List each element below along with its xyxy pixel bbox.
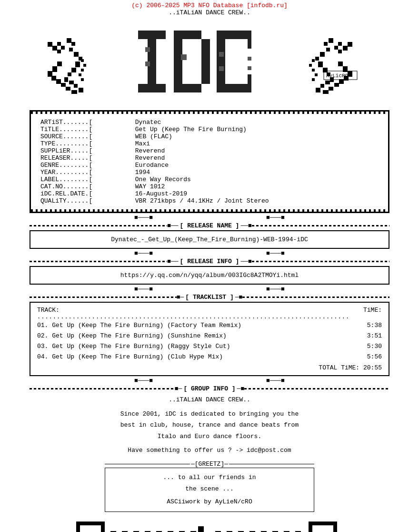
crew-name: ..iTALiAN DANCE CREW.. <box>30 394 389 405</box>
metadata-table: ARTiST.......[ Dynatec TiTLE........[ Ge… <box>40 119 379 205</box>
svg-rect-84 <box>76 525 80 532</box>
reldate-label: iDC.REL.DATE.[ <box>40 190 135 197</box>
title-label: TiTLE........[ <box>40 126 135 133</box>
release-info-box: https://y.qq.com/n/yqq/album/003IGc8A2TM… <box>30 266 389 285</box>
artist-value: Dynatec <box>135 119 379 126</box>
group-bracket-open: ■─ <box>175 385 182 392</box>
greetz-section: —[GREETZ]— ... to all our friends in the… <box>105 460 314 512</box>
info-line-left <box>30 261 167 262</box>
svg-rect-7 <box>71 42 75 46</box>
total-time-value: 20:55 <box>363 364 382 371</box>
svg-rect-71 <box>248 39 251 49</box>
source-value: WEB (FLAC) <box>135 133 379 140</box>
artist-label: ARTiST.......[ <box>40 119 135 126</box>
svg-rect-12 <box>71 68 76 72</box>
type-value: Maxi <box>135 140 379 147</box>
release-name-header: ■── [ RELEASE NAME ] ──■ <box>30 222 389 229</box>
svg-rect-66 <box>201 39 210 84</box>
header-line-left <box>30 225 167 226</box>
svg-rect-26 <box>81 59 84 62</box>
connector-row-2: ■───■ ■───■ <box>0 250 419 257</box>
release-name-bracket-close: ──■ <box>240 222 251 229</box>
subtitle-text: ..iTALiAN DANCE CREW.. <box>0 9 419 16</box>
bottom-deco-border <box>30 209 389 213</box>
tracklist-bracket-open: ■─ <box>177 294 184 301</box>
svg-rect-8 <box>69 48 73 51</box>
tracklist-label: [ TRACKLIST ] <box>185 294 233 301</box>
group-info-header: ■─ [ GROUP INFO ] ─■ <box>30 385 389 392</box>
svg-rect-14 <box>64 77 68 82</box>
table-row: SOURCE.......[ WEB (FLAC) <box>40 133 379 140</box>
svg-rect-49 <box>329 87 333 91</box>
svg-rect-47 <box>316 88 320 92</box>
svg-rect-79 <box>248 66 251 70</box>
svg-rect-46 <box>320 84 324 88</box>
svg-rect-67 <box>182 84 201 92</box>
track-3-time: 5:30 <box>367 341 382 352</box>
svg-rect-38 <box>326 48 330 51</box>
svg-rect-58 <box>312 69 315 72</box>
svg-rect-63 <box>138 84 166 92</box>
svg-rect-39 <box>320 52 325 57</box>
table-row: QUALiTY......[ VBR 271kbps / 44.1KHz / J… <box>40 197 379 205</box>
svg-rect-17 <box>79 88 83 92</box>
svg-rect-69 <box>225 31 251 39</box>
table-row: ARTiST.......[ Dynatec <box>40 119 379 126</box>
year-value: 1994 <box>135 169 379 176</box>
title-value: Get Up (Keep The Fire Burning) <box>135 126 379 133</box>
tracklist-dots: ........................................… <box>37 314 382 320</box>
tracklist-line-right <box>242 297 389 298</box>
svg-rect-35 <box>348 42 352 47</box>
header-line-right <box>252 225 389 226</box>
svg-rect-19 <box>66 87 70 91</box>
svg-rect-70 <box>225 84 251 92</box>
label-value: One Way Records <box>135 176 379 183</box>
greetz-line1: ... to all our friends in <box>113 472 306 483</box>
svg-rect-45 <box>325 81 330 84</box>
release-name-label: [ RELEASE NAME ] <box>180 222 239 229</box>
svg-rect-62 <box>138 31 166 39</box>
tracklist-line-left <box>30 297 177 298</box>
track-row: 01. Get Up (Keep The Fire Burning) (Fact… <box>37 320 382 331</box>
track-3-title: 03. Get Up (Keep The Fire Burning) (Ragg… <box>37 341 230 352</box>
page-wrapper: (c) 2006-2025 MP3 NFO Database [infodb.r… <box>0 0 419 532</box>
track-column-header: TRACK: <box>37 307 60 314</box>
svg-rect-21 <box>56 79 61 84</box>
svg-rect-5 <box>48 42 52 47</box>
catno-label: CAT.NO.......[ <box>40 183 135 190</box>
greetz-box: ... to all our friends in the scene ... … <box>105 468 314 512</box>
svg-rect-122 <box>309 522 337 525</box>
svg-rect-4 <box>52 46 57 51</box>
table-row: LABEL........[ One Way Records <box>40 176 379 183</box>
svg-rect-68 <box>217 31 225 92</box>
release-info-bracket-open: ■── <box>167 258 178 265</box>
bottom-ascii-svg <box>67 517 352 532</box>
svg-rect-124 <box>333 525 337 532</box>
svg-rect-57 <box>309 64 312 67</box>
label-label: LABEL........[ <box>40 176 135 183</box>
svg-rect-76 <box>219 52 224 57</box>
group-line-left <box>30 388 175 389</box>
info-section: ARTiST.......[ Dynatec TiTLE........[ Ge… <box>30 114 389 209</box>
tracklist-bracket-close: ─■ <box>235 294 243 301</box>
svg-rect-60 <box>312 78 315 81</box>
greetz-line-right <box>229 464 314 464</box>
connector-row: ■───■ ■───■ <box>0 214 419 221</box>
svg-rect-77 <box>219 66 224 71</box>
table-row: GENRE........[ Eurodance <box>40 162 379 169</box>
group-contact: Have something to offer us ? -> idc@post… <box>30 445 389 456</box>
release-name-bracket-open: ■── <box>167 222 178 229</box>
supplier-label: SUPPLiER.....[ <box>40 147 135 154</box>
table-row: YEAR.........[ 1994 <box>40 169 379 176</box>
group-info-label: [ GROUP INFO ] <box>183 385 235 392</box>
svg-rect-29 <box>79 73 81 76</box>
svg-rect-78 <box>248 57 251 61</box>
total-time-row: TOTAL TiME: 20:55 <box>37 364 382 371</box>
svg-rect-9 <box>74 52 79 57</box>
release-name-box: Dynatec_-_Get_Up_(Keep_The_Fire_Burning)… <box>30 230 389 249</box>
release-info-url: https://y.qq.com/n/yqq/album/003IGc8A2TM… <box>120 272 299 279</box>
table-row: TiTLE........[ Get Up (Keep The Fire Bur… <box>40 126 379 133</box>
connector-row-3: ■───■ ■───■ <box>0 286 419 293</box>
group-line-right <box>244 388 389 389</box>
ascii-logo-svg: AyLicRO <box>43 21 376 104</box>
